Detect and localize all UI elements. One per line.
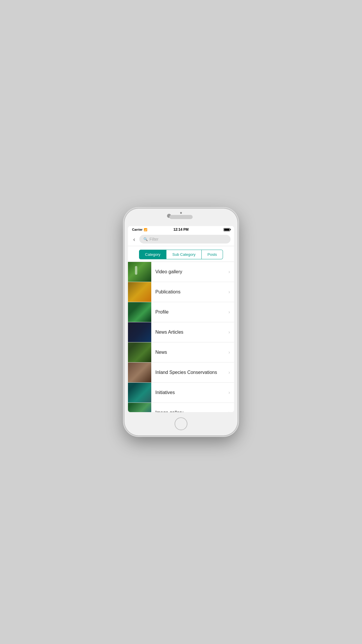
search-icon: 🔍	[143, 237, 148, 241]
thumbnail-video-gallery	[128, 262, 151, 282]
status-bar: Carrier 📶 12:14 PM	[128, 226, 234, 232]
list-item-initiatives[interactable]: Initiatives ›	[128, 383, 234, 403]
chevron-profile: ›	[229, 309, 234, 315]
nav-bar: ‹ 🔍 Filter	[128, 232, 234, 246]
label-image-gallery: Image gallery	[151, 410, 229, 412]
chevron-publications: ›	[229, 289, 234, 295]
phone-frame: Carrier 📶 12:14 PM ‹ 🔍 Filter Category S…	[124, 208, 238, 436]
chevron-video-gallery: ›	[229, 269, 234, 274]
thumbnail-news-articles	[128, 322, 151, 342]
chevron-news: ›	[229, 350, 234, 355]
status-left: Carrier 📶	[132, 228, 147, 231]
label-publications: Publications	[151, 289, 229, 295]
tab-category[interactable]: Category	[139, 250, 166, 259]
thumbnail-news	[128, 342, 151, 362]
thumbnail-profile	[128, 302, 151, 322]
battery-fill	[224, 229, 229, 231]
list-item-video-gallery[interactable]: Video gallery ›	[128, 262, 234, 282]
label-profile: Profile	[151, 309, 229, 315]
label-initiatives: Initiatives	[151, 390, 229, 395]
list-item-inland-species[interactable]: Inland Species Conservations ›	[128, 363, 234, 383]
list-item-publications[interactable]: Publications ›	[128, 282, 234, 302]
filter-placeholder: Filter	[150, 237, 159, 242]
carrier-label: Carrier	[132, 228, 143, 231]
home-button[interactable]	[175, 417, 187, 430]
status-time: 12:14 PM	[173, 228, 189, 232]
chevron-initiatives: ›	[229, 390, 234, 395]
label-inland-species: Inland Species Conservations	[151, 370, 229, 375]
battery-icon	[224, 228, 230, 231]
filter-input-container[interactable]: 🔍 Filter	[139, 235, 231, 244]
thumbnail-inland-species	[128, 363, 151, 382]
phone-speaker	[169, 215, 193, 219]
phone-screen: Carrier 📶 12:14 PM ‹ 🔍 Filter Category S…	[128, 226, 234, 412]
tabs-row: Category Sub Category Posts	[128, 246, 234, 262]
tab-sub-category[interactable]: Sub Category	[166, 250, 202, 259]
chevron-image-gallery: ›	[229, 410, 234, 412]
chevron-news-articles: ›	[229, 330, 234, 335]
status-right	[224, 228, 230, 231]
label-news-articles: News Articles	[151, 330, 229, 335]
label-news: News	[151, 350, 229, 355]
tab-posts[interactable]: Posts	[202, 250, 223, 259]
category-list: Video gallery › Publications › Profile ›…	[128, 262, 234, 412]
list-item-news[interactable]: News ›	[128, 342, 234, 363]
list-item-image-gallery[interactable]: Image gallery ›	[128, 403, 234, 412]
chevron-inland-species: ›	[229, 370, 234, 375]
thumbnail-image-gallery	[128, 403, 151, 412]
list-item-profile[interactable]: Profile ›	[128, 302, 234, 322]
thumbnail-initiatives	[128, 383, 151, 402]
wifi-icon: 📶	[144, 228, 147, 231]
list-item-news-articles[interactable]: News Articles ›	[128, 322, 234, 342]
back-button[interactable]: ‹	[131, 235, 137, 243]
thumbnail-publications	[128, 282, 151, 302]
label-video-gallery: Video gallery	[151, 269, 229, 274]
